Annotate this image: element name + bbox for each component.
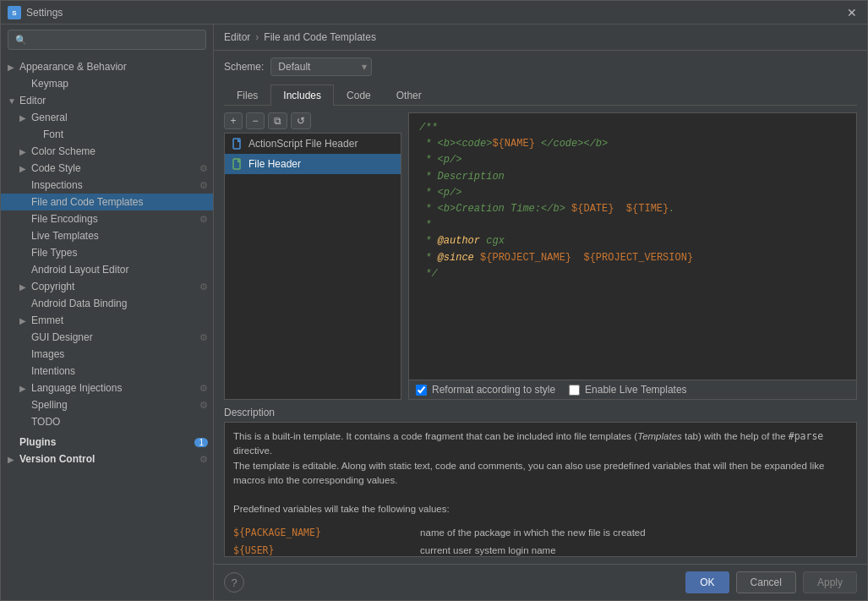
window-title: Settings (26, 7, 843, 19)
sidebar-item-label: TODO (31, 416, 60, 428)
code-line: * Description (419, 169, 846, 185)
var-desc: current user system login name (420, 542, 848, 557)
sidebar-item-keymap[interactable]: Keymap (1, 75, 213, 92)
tab-other[interactable]: Other (384, 85, 434, 106)
sidebar-item-versioncontrol[interactable]: ▶ Version Control ⚙ (1, 451, 213, 467)
arrow-icon: ▶ (19, 113, 31, 123)
tab-includes[interactable]: Includes (270, 85, 334, 106)
sidebar-item-langinjections[interactable]: ▶ Language Injections ⚙ (1, 380, 213, 396)
sidebar-item-label: File Encodings (31, 213, 98, 225)
sidebar-item-plugins[interactable]: Plugins 1 (1, 434, 213, 451)
sidebar-item-filecodetemplates[interactable]: File and Code Templates (1, 194, 213, 210)
arrow-icon: ▶ (8, 63, 19, 72)
sidebar-item-todo[interactable]: TODO (1, 413, 213, 430)
sidebar-item-codestyle[interactable]: ▶ Code Style ⚙ (1, 160, 213, 177)
sidebar-item-label: Copyright (31, 281, 74, 292)
sidebar-item-androidlayout[interactable]: Android Layout Editor (1, 261, 213, 278)
reformat-label[interactable]: Reformat according to style (432, 384, 555, 396)
search-box[interactable]: 🔍 (8, 30, 206, 50)
description-section: Description This is a built-in template.… (224, 407, 857, 557)
sidebar-item-label: General (31, 112, 68, 123)
livetemplates-checkbox[interactable] (569, 385, 580, 396)
tab-code[interactable]: Code (334, 85, 384, 106)
gear-icon: ⚙ (199, 214, 208, 225)
sidebar-item-androiddatabinding[interactable]: Android Data Binding (1, 295, 213, 312)
sidebar-item-font[interactable]: Font (1, 126, 213, 143)
tab-files[interactable]: Files (224, 85, 270, 106)
sidebar-item-label: Plugins (19, 436, 56, 448)
arrow-icon: ▶ (19, 316, 31, 325)
sidebar-item-label: Editor (19, 95, 46, 107)
scheme-label: Scheme: (224, 61, 264, 73)
sidebar-item-label: Language Injections (31, 382, 122, 394)
svg-text:S: S (12, 9, 17, 17)
close-button[interactable]: ✕ (843, 4, 860, 21)
reformat-checkbox-row: Reformat according to style (416, 384, 555, 396)
sidebar-item-inspections[interactable]: Inspections ⚙ (1, 177, 213, 194)
search-icon: 🔍 (15, 35, 27, 46)
sidebar-item-spelling[interactable]: Spelling ⚙ (1, 396, 213, 413)
sidebar-item-label: Inspections (31, 179, 83, 191)
sidebar-item-livetemplates[interactable]: Live Templates (1, 227, 213, 244)
sidebar-item-label: Code Style (31, 162, 81, 174)
sidebar-item-appearance[interactable]: ▶ Appearance & Behavior (1, 58, 213, 75)
table-row: ${USER} current user system login name (233, 542, 848, 557)
apply-button[interactable]: Apply (803, 571, 857, 593)
sidebar-item-colorscheme[interactable]: ▶ Color Scheme (1, 143, 213, 160)
code-area[interactable]: /** * <b><code>${NAME} </code></b> * <p/… (409, 113, 856, 380)
file-icon (232, 138, 243, 150)
code-line: * <p/> (419, 152, 846, 168)
list-item[interactable]: ActionScript File Header (225, 134, 401, 154)
sidebar-item-label: Images (31, 348, 64, 360)
sidebar-item-filetypes[interactable]: File Types (1, 244, 213, 261)
var-name: ${PACKAGE_NAME} (233, 524, 420, 542)
search-input[interactable] (30, 34, 199, 46)
scheme-select-wrap: Default Project (270, 57, 372, 76)
sidebar-item-images[interactable]: Images (1, 346, 213, 363)
sidebar-item-fileencodings[interactable]: File Encodings ⚙ (1, 210, 213, 227)
sidebar-item-intentions[interactable]: Intentions (1, 363, 213, 380)
file-icon (232, 158, 243, 170)
breadcrumb-editor: Editor (224, 31, 250, 43)
settings-window: S Settings ✕ 🔍 ▶ Appearance & Behavior K… (0, 0, 868, 601)
sidebar-item-label: Android Data Binding (31, 298, 127, 309)
arrow-icon: ▶ (19, 164, 31, 173)
scheme-row: Scheme: Default Project (224, 57, 857, 76)
sidebar-item-copyright[interactable]: ▶ Copyright ⚙ (1, 278, 213, 295)
sidebar-item-label: GUI Designer (31, 331, 93, 343)
arrow-icon: ▶ (19, 282, 31, 292)
code-line: * <b><code>${NAME} </code></b> (419, 136, 846, 152)
remove-template-button[interactable]: − (246, 112, 265, 129)
ok-button[interactable]: OK (685, 571, 729, 593)
livetemplates-label[interactable]: Enable Live Templates (585, 384, 687, 396)
reset-template-button[interactable]: ↺ (291, 112, 311, 129)
gear-icon: ⚙ (199, 180, 208, 191)
gear-icon: ⚙ (199, 383, 208, 394)
copy-template-button[interactable]: ⧉ (268, 112, 287, 129)
cancel-button[interactable]: Cancel (736, 571, 796, 593)
panel-body: Scheme: Default Project Files Includes C… (214, 51, 867, 564)
arrow-icon: ▶ (19, 384, 31, 393)
sidebar-item-guidesigner[interactable]: GUI Designer ⚙ (1, 329, 213, 346)
scheme-select[interactable]: Default Project (270, 57, 372, 76)
sidebar-item-label: Appearance & Behavior (19, 61, 127, 73)
code-line: * <p/> (419, 185, 846, 201)
template-name: File Header (248, 158, 301, 170)
sidebar-item-editor[interactable]: ▼ Editor (1, 92, 213, 109)
template-name: ActionScript File Header (248, 138, 358, 150)
arrow-icon: ▶ (19, 147, 31, 156)
code-line: * (419, 217, 846, 233)
var-desc: name of the package in which the new fil… (420, 524, 848, 542)
sidebar-item-label: File Types (31, 247, 77, 259)
add-template-button[interactable]: + (224, 112, 243, 129)
gear-icon: ⚙ (199, 454, 208, 465)
reformat-checkbox[interactable] (416, 385, 427, 396)
code-line: * @since ${PROJECT_NAME} ${PROJECT_VERSI… (419, 250, 846, 266)
sidebar-item-label: Keymap (31, 78, 68, 90)
template-list: ActionScript File Header File Header (224, 133, 401, 400)
help-button[interactable]: ? (224, 572, 244, 593)
gear-icon: ⚙ (199, 163, 208, 174)
sidebar-item-general[interactable]: ▶ General (1, 109, 213, 126)
list-item[interactable]: File Header (225, 154, 401, 174)
sidebar-item-emmet[interactable]: ▶ Emmet (1, 312, 213, 329)
